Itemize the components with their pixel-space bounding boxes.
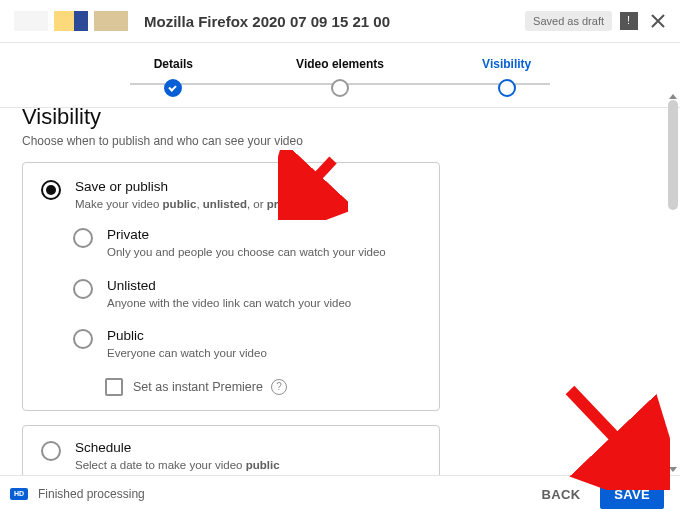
- unlisted-title: Unlisted: [107, 278, 421, 293]
- step-label: Visibility: [423, 57, 590, 71]
- save-or-publish-desc: Make your video public, unlisted, or pri…: [75, 196, 421, 213]
- back-button[interactable]: BACK: [528, 480, 595, 509]
- body-scroll[interactable]: Visibility Choose when to publish and wh…: [0, 90, 680, 476]
- private-desc: Only you and people you choose can watch…: [107, 244, 421, 261]
- page-subheading: Choose when to publish and who can see y…: [22, 134, 648, 148]
- public-title: Public: [107, 328, 421, 343]
- scroll-down-icon[interactable]: [669, 467, 677, 472]
- public-desc: Everyone can watch your video: [107, 345, 421, 362]
- checkbox-instant-premiere[interactable]: [105, 378, 123, 396]
- radio-save-or-publish[interactable]: [41, 180, 61, 200]
- hd-badge-icon: HD: [10, 488, 28, 500]
- page-heading: Visibility: [22, 104, 648, 130]
- draft-status-chip: Saved as draft: [525, 11, 612, 31]
- help-icon[interactable]: ?: [271, 379, 287, 395]
- processing-status: Finished processing: [38, 487, 528, 501]
- instant-premiere-label: Set as instant Premiere: [133, 380, 263, 394]
- step-circle: [331, 79, 349, 97]
- radio-schedule[interactable]: [41, 441, 61, 461]
- schedule-desc: Select a date to make your video public: [75, 457, 421, 474]
- header-thumb: [14, 11, 48, 31]
- video-title: Mozilla Firefox 2020 07 09 15 21 00: [144, 13, 525, 30]
- close-icon[interactable]: [648, 11, 668, 31]
- private-title: Private: [107, 227, 421, 242]
- radio-public[interactable]: [73, 329, 93, 349]
- scroll-up-icon[interactable]: [669, 94, 677, 99]
- save-button[interactable]: SAVE: [600, 480, 664, 509]
- header-thumbnails: [14, 11, 128, 31]
- step-label: Details: [90, 57, 257, 71]
- save-or-publish-title: Save or publish: [75, 179, 421, 194]
- save-or-publish-card: Save or publish Make your video public, …: [22, 162, 440, 411]
- schedule-card: Schedule Select a date to make your vide…: [22, 425, 440, 476]
- step-circle-active: [498, 79, 516, 97]
- feedback-icon[interactable]: [620, 12, 638, 30]
- schedule-title: Schedule: [75, 440, 421, 455]
- dialog-header: Mozilla Firefox 2020 07 09 15 21 00 Save…: [0, 0, 680, 43]
- unlisted-desc: Anyone with the video link can watch you…: [107, 295, 421, 312]
- step-label: Video elements: [257, 57, 424, 71]
- header-thumb: [54, 11, 88, 31]
- radio-unlisted[interactable]: [73, 279, 93, 299]
- header-thumb: [94, 11, 128, 31]
- dialog-footer: HD Finished processing BACK SAVE: [0, 475, 680, 512]
- scrollbar-thumb[interactable]: [668, 100, 678, 210]
- radio-private[interactable]: [73, 228, 93, 248]
